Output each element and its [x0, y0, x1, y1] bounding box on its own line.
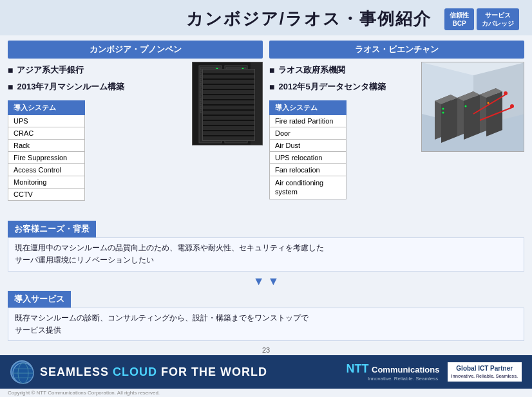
- right-panel-title: ラオス・ビエンチャン: [269, 41, 524, 59]
- svg-point-23: [216, 68, 218, 70]
- bottom-sections: お客様ニーズ・背景 現在運用中のマシンルームの品質向上のため、電源系や耐火性、セ…: [0, 221, 532, 345]
- badge-reliability: 信頼性 BCP: [444, 8, 474, 30]
- slide: カンボジア/ラオス・事例紹介 信頼性 BCP サービス カバレッジ カンボジア・…: [0, 0, 532, 397]
- svg-rect-9: [200, 91, 220, 93]
- svg-point-48: [465, 106, 467, 107]
- footer-left: SEAMLESS CLOUD FOR THE WORLD: [10, 360, 267, 383]
- footer-slogan: SEAMLESS CLOUD FOR THE WORLD: [40, 365, 267, 379]
- svg-rect-14: [200, 110, 220, 113]
- needs-section: お客様ニーズ・背景 現在運用中のマシンルームの品質向上のため、電源系や耐火性、セ…: [8, 221, 524, 271]
- table-row: Fan relocation: [270, 164, 347, 176]
- needs-header: お客様ニーズ・背景: [8, 221, 96, 237]
- svg-point-47: [442, 112, 444, 114]
- svg-point-24: [216, 72, 218, 74]
- ntt-tagline: Innovative. Reliable. Seamless.: [368, 376, 440, 382]
- ntt-logo: NTT Communications Innovative. Reliable.…: [347, 362, 440, 382]
- svg-point-26: [242, 76, 244, 78]
- svg-marker-38: [464, 95, 480, 140]
- service-body: 既存マシンルームの診断、コンサルティングから、設計・構築までをワンストップでサー…: [8, 308, 524, 341]
- svg-marker-35: [441, 98, 457, 143]
- copyright-text: Copyright © NTT Communications Corporati…: [0, 389, 532, 397]
- left-panel-image: [192, 62, 263, 145]
- table-row: UPS: [8, 115, 85, 127]
- globe-icon: [10, 360, 33, 383]
- svg-rect-19: [226, 83, 246, 86]
- table-row: Access Control: [8, 164, 85, 176]
- svg-rect-17: [226, 75, 246, 78]
- svg-point-45: [510, 104, 514, 108]
- service-section: 導入サービス 既存マシンルームの診断、コンサルティングから、設計・構築までをワン…: [8, 291, 524, 341]
- svg-rect-8: [200, 87, 220, 89]
- badge-group: 信頼性 BCP サービス カバレッジ: [444, 8, 519, 30]
- svg-rect-10: [200, 95, 220, 97]
- right-bullet-2: ■ 2012年5月データセンタ構築: [269, 81, 417, 93]
- service-header: 導入サービス: [8, 291, 71, 308]
- right-panel: ラオス・ビエンチャン ■ ラオス政府系機関 ■ 2012年5月データセンタ構築 …: [269, 41, 524, 216]
- slide-title: カンボジア/ラオス・事例紹介: [186, 8, 432, 30]
- svg-point-44: [504, 91, 508, 95]
- svg-rect-16: [226, 71, 246, 74]
- table-row: Door: [270, 127, 347, 140]
- svg-point-25: [242, 68, 244, 70]
- right-bullet-1: ■ ラオス政府系機関: [269, 64, 417, 76]
- svg-rect-11: [200, 98, 220, 101]
- table-row: CRAC: [8, 127, 85, 140]
- svg-rect-4: [200, 71, 220, 74]
- svg-rect-20: [226, 87, 246, 89]
- svg-rect-22: [226, 95, 246, 97]
- right-panel-image: [421, 62, 524, 152]
- header: カンボジア/ラオス・事例紹介 信頼性 BCP サービス カバレッジ: [0, 0, 532, 35]
- table-row: Air Dust: [270, 140, 347, 152]
- svg-rect-21: [226, 91, 246, 93]
- svg-rect-13: [200, 106, 220, 109]
- right-table-header: 導入システム: [270, 101, 347, 115]
- table-row: Fire rated Partition: [270, 115, 347, 127]
- left-system-table: 導入システム UPS CRAC Rack Fire Suppression Ac…: [8, 100, 85, 201]
- main-content: カンボジア・プノンペン ■ アジア系大手銀行 ■ 2013年7月マシンルーム構築…: [0, 35, 532, 221]
- svg-rect-12: [200, 102, 220, 105]
- table-row: Monitoring: [8, 176, 85, 189]
- left-bullet-2: ■ 2013年7月マシンルーム構築: [8, 81, 188, 93]
- table-row: UPS relocation: [270, 152, 347, 164]
- svg-rect-5: [200, 75, 220, 78]
- left-table-header: 導入システム: [8, 101, 85, 115]
- arrow-down: ▼ ▼: [8, 275, 524, 287]
- cloud-text: CLOUD: [113, 365, 157, 378]
- svg-point-49: [488, 102, 489, 104]
- badge-coverage: サービス カバレッジ: [477, 8, 519, 30]
- footer: SEAMLESS CLOUD FOR THE WORLD NTT Communi…: [0, 355, 532, 389]
- footer-right: NTT Communications Innovative. Reliable.…: [347, 362, 522, 382]
- needs-text: 現在運用中のマシンルームの品質向上のため、電源系や耐火性、セキュリティを考慮した…: [15, 243, 324, 264]
- svg-rect-18: [226, 79, 246, 82]
- svg-rect-7: [200, 83, 220, 86]
- page-number: 23: [0, 345, 532, 355]
- table-row: CCTV: [8, 189, 85, 201]
- left-panel-title: カンボジア・プノンペン: [8, 41, 263, 59]
- left-panel-text: ■ アジア系大手銀行 ■ 2013年7月マシンルーム構築 導入システム UPS …: [8, 62, 188, 216]
- needs-body: 現在運用中のマシンルームの品質向上のため、電源系や耐火性、セキュリティを考慮した…: [8, 237, 524, 271]
- svg-rect-2: [225, 66, 247, 143]
- right-panel-content: ■ ラオス政府系機関 ■ 2012年5月データセンタ構築 導入システム Fire…: [269, 62, 524, 216]
- table-row: Fire Suppression: [8, 152, 85, 164]
- left-panel: カンボジア・プノンペン ■ アジア系大手銀行 ■ 2013年7月マシンルーム構築…: [8, 41, 263, 216]
- bullet-icon-4: ■: [269, 82, 274, 92]
- left-bullet-1: ■ アジア系大手銀行: [8, 64, 188, 76]
- service-text: 既存マシンルームの診断、コンサルティングから、設計・構築までをワンストップでサー…: [15, 313, 309, 335]
- svg-rect-6: [200, 79, 220, 82]
- svg-rect-27: [251, 62, 263, 145]
- ntt-brand: NTT Communications: [347, 362, 440, 376]
- left-panel-content: ■ アジア系大手銀行 ■ 2013年7月マシンルーム構築 導入システム UPS …: [8, 62, 263, 216]
- svg-rect-1: [199, 66, 222, 143]
- bullet-icon-1: ■: [8, 65, 13, 75]
- global-ict-badge: Global ICT Partner Innovative. Reliable.…: [448, 362, 522, 382]
- table-row: Air conditioningsystem: [270, 176, 347, 199]
- right-panel-text: ■ ラオス政府系機関 ■ 2012年5月データセンタ構築 導入システム Fire…: [269, 62, 417, 216]
- bullet-icon-2: ■: [8, 82, 13, 92]
- svg-rect-0: [193, 62, 263, 145]
- table-row: Rack: [8, 140, 85, 152]
- svg-point-46: [442, 108, 444, 110]
- right-system-table: 導入システム Fire rated Partition Door Air Dus…: [269, 100, 347, 199]
- bullet-icon-3: ■: [269, 65, 274, 75]
